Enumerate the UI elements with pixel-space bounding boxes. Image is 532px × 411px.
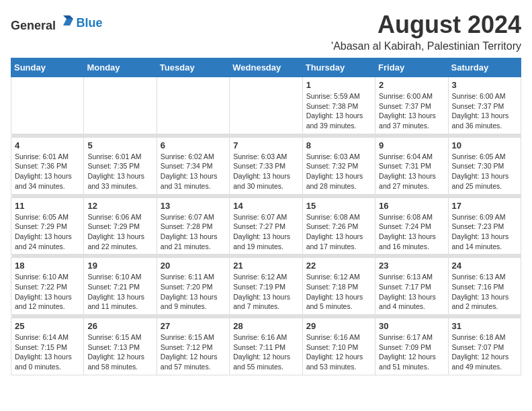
day-number: 26	[87, 321, 152, 331]
day-number: 15	[306, 201, 371, 211]
calendar-day-cell: 12Sunrise: 6:06 AMSunset: 7:29 PMDayligh…	[84, 197, 157, 255]
day-number: 13	[161, 201, 226, 211]
day-info: Sunrise: 6:16 AMSunset: 7:10 PMDaylight:…	[306, 332, 371, 372]
calendar-week-row: 11Sunrise: 6:05 AMSunset: 7:29 PMDayligh…	[11, 197, 521, 255]
day-info: Sunrise: 6:06 AMSunset: 7:29 PMDaylight:…	[87, 212, 152, 252]
day-info: Sunrise: 5:59 AMSunset: 7:38 PMDaylight:…	[306, 91, 371, 131]
day-info: Sunrise: 6:02 AMSunset: 7:34 PMDaylight:…	[161, 152, 226, 191]
logo-blue: Blue	[77, 16, 103, 30]
calendar-week-row: 4Sunrise: 6:01 AMSunset: 7:36 PMDaylight…	[11, 137, 521, 194]
calendar-day-cell: 29Sunrise: 6:16 AMSunset: 7:10 PMDayligh…	[302, 318, 375, 375]
day-info: Sunrise: 6:01 AMSunset: 7:35 PMDaylight:…	[87, 152, 152, 191]
calendar-day-cell: 15Sunrise: 6:08 AMSunset: 7:26 PMDayligh…	[302, 197, 375, 255]
calendar-day-cell: 10Sunrise: 6:05 AMSunset: 7:30 PMDayligh…	[448, 137, 521, 194]
day-info: Sunrise: 6:16 AMSunset: 7:11 PMDaylight:…	[233, 332, 298, 372]
day-number: 19	[87, 261, 152, 271]
day-info: Sunrise: 6:01 AMSunset: 7:36 PMDaylight:…	[15, 152, 80, 191]
day-info: Sunrise: 6:00 AMSunset: 7:37 PMDaylight:…	[452, 91, 517, 131]
day-number: 23	[379, 261, 444, 271]
day-info: Sunrise: 6:03 AMSunset: 7:32 PMDaylight:…	[306, 152, 371, 191]
day-of-week-header: Wednesday	[230, 58, 302, 77]
day-info: Sunrise: 6:03 AMSunset: 7:33 PMDaylight:…	[233, 152, 298, 191]
calendar-day-cell: 9Sunrise: 6:04 AMSunset: 7:31 PMDaylight…	[375, 137, 448, 194]
day-info: Sunrise: 6:15 AMSunset: 7:13 PMDaylight:…	[87, 332, 152, 372]
day-number: 14	[233, 201, 298, 211]
day-number: 11	[15, 201, 80, 211]
calendar-day-cell: 3Sunrise: 6:00 AMSunset: 7:37 PMDaylight…	[448, 77, 521, 134]
calendar-day-cell: 26Sunrise: 6:15 AMSunset: 7:13 PMDayligh…	[84, 318, 157, 375]
calendar-day-cell: 18Sunrise: 6:10 AMSunset: 7:22 PMDayligh…	[11, 258, 84, 315]
calendar-day-cell: 28Sunrise: 6:16 AMSunset: 7:11 PMDayligh…	[230, 318, 302, 375]
calendar-day-cell: 8Sunrise: 6:03 AMSunset: 7:32 PMDaylight…	[302, 137, 375, 194]
svg-marker-0	[63, 19, 73, 26]
day-number: 30	[379, 321, 444, 331]
calendar-day-cell: 19Sunrise: 6:10 AMSunset: 7:21 PMDayligh…	[84, 258, 157, 315]
day-number: 10	[452, 140, 517, 150]
day-info: Sunrise: 6:14 AMSunset: 7:15 PMDaylight:…	[15, 332, 80, 372]
day-of-week-header: Saturday	[448, 58, 521, 77]
location-title: 'Abasan al Kabirah, Palestinian Territor…	[331, 40, 521, 52]
calendar-day-cell: 25Sunrise: 6:14 AMSunset: 7:15 PMDayligh…	[11, 318, 84, 375]
calendar-day-cell: 17Sunrise: 6:09 AMSunset: 7:23 PMDayligh…	[448, 197, 521, 255]
day-number: 31	[452, 321, 517, 331]
day-number: 17	[452, 201, 517, 211]
day-info: Sunrise: 6:08 AMSunset: 7:26 PMDaylight:…	[306, 212, 371, 252]
day-info: Sunrise: 6:05 AMSunset: 7:29 PMDaylight:…	[15, 212, 80, 252]
day-info: Sunrise: 6:10 AMSunset: 7:22 PMDaylight:…	[15, 272, 80, 312]
day-number: 18	[15, 261, 80, 271]
title-block: August 2024 'Abasan al Kabirah, Palestin…	[331, 11, 521, 52]
month-year-title: August 2024	[331, 11, 521, 39]
calendar-day-cell	[84, 77, 157, 134]
day-of-week-header: Monday	[84, 58, 157, 77]
calendar-week-row: 25Sunrise: 6:14 AMSunset: 7:15 PMDayligh…	[11, 318, 521, 375]
calendar-day-cell: 7Sunrise: 6:03 AMSunset: 7:33 PMDaylight…	[230, 137, 302, 194]
day-number: 28	[233, 321, 298, 331]
day-number: 2	[379, 80, 444, 90]
day-info: Sunrise: 6:13 AMSunset: 7:17 PMDaylight:…	[379, 272, 444, 312]
day-number: 24	[452, 261, 517, 271]
day-number: 8	[306, 140, 371, 150]
day-info: Sunrise: 6:12 AMSunset: 7:19 PMDaylight:…	[233, 272, 298, 312]
day-info: Sunrise: 6:08 AMSunset: 7:24 PMDaylight:…	[379, 212, 444, 252]
day-number: 7	[233, 140, 298, 150]
day-info: Sunrise: 6:07 AMSunset: 7:28 PMDaylight:…	[161, 212, 226, 252]
day-number: 12	[87, 201, 152, 211]
calendar-day-cell: 20Sunrise: 6:11 AMSunset: 7:20 PMDayligh…	[157, 258, 229, 315]
calendar-day-cell: 5Sunrise: 6:01 AMSunset: 7:35 PMDaylight…	[84, 137, 157, 194]
calendar-table: SundayMondayTuesdayWednesdayThursdayFrid…	[11, 58, 521, 375]
calendar-day-cell: 1Sunrise: 5:59 AMSunset: 7:38 PMDaylight…	[302, 77, 375, 134]
day-number: 5	[87, 140, 152, 150]
day-number: 20	[161, 261, 226, 271]
calendar-day-cell: 23Sunrise: 6:13 AMSunset: 7:17 PMDayligh…	[375, 258, 448, 315]
logo-general: General	[11, 19, 56, 32]
calendar-day-cell: 4Sunrise: 6:01 AMSunset: 7:36 PMDaylight…	[11, 137, 84, 194]
calendar-day-cell	[157, 77, 229, 134]
calendar-day-cell: 13Sunrise: 6:07 AMSunset: 7:28 PMDayligh…	[157, 197, 229, 255]
calendar-day-cell: 31Sunrise: 6:18 AMSunset: 7:07 PMDayligh…	[448, 318, 521, 375]
day-number: 22	[306, 261, 371, 271]
day-of-week-header: Thursday	[302, 58, 375, 77]
calendar-day-cell: 22Sunrise: 6:12 AMSunset: 7:18 PMDayligh…	[302, 258, 375, 315]
calendar-week-row: 1Sunrise: 5:59 AMSunset: 7:38 PMDaylight…	[11, 77, 521, 134]
day-info: Sunrise: 6:18 AMSunset: 7:07 PMDaylight:…	[452, 332, 517, 372]
calendar-day-cell: 24Sunrise: 6:13 AMSunset: 7:16 PMDayligh…	[448, 258, 521, 315]
calendar-day-cell: 6Sunrise: 6:02 AMSunset: 7:34 PMDaylight…	[157, 137, 229, 194]
day-info: Sunrise: 6:00 AMSunset: 7:37 PMDaylight:…	[379, 91, 444, 131]
day-number: 21	[233, 261, 298, 271]
calendar-day-cell: 21Sunrise: 6:12 AMSunset: 7:19 PMDayligh…	[230, 258, 302, 315]
calendar-header-row: SundayMondayTuesdayWednesdayThursdayFrid…	[11, 58, 521, 77]
day-of-week-header: Sunday	[11, 58, 84, 77]
calendar-week-row: 18Sunrise: 6:10 AMSunset: 7:22 PMDayligh…	[11, 258, 521, 315]
calendar-day-cell: 27Sunrise: 6:15 AMSunset: 7:12 PMDayligh…	[157, 318, 229, 375]
day-number: 29	[306, 321, 371, 331]
day-info: Sunrise: 6:12 AMSunset: 7:18 PMDaylight:…	[306, 272, 371, 312]
day-of-week-header: Tuesday	[157, 58, 229, 77]
day-number: 3	[452, 80, 517, 90]
day-info: Sunrise: 6:13 AMSunset: 7:16 PMDaylight:…	[452, 272, 517, 312]
day-info: Sunrise: 6:09 AMSunset: 7:23 PMDaylight:…	[452, 212, 517, 252]
day-number: 1	[306, 80, 371, 90]
day-info: Sunrise: 6:17 AMSunset: 7:09 PMDaylight:…	[379, 332, 444, 372]
logo: General Blue	[11, 13, 103, 33]
day-of-week-header: Friday	[375, 58, 448, 77]
calendar-day-cell	[230, 77, 302, 134]
